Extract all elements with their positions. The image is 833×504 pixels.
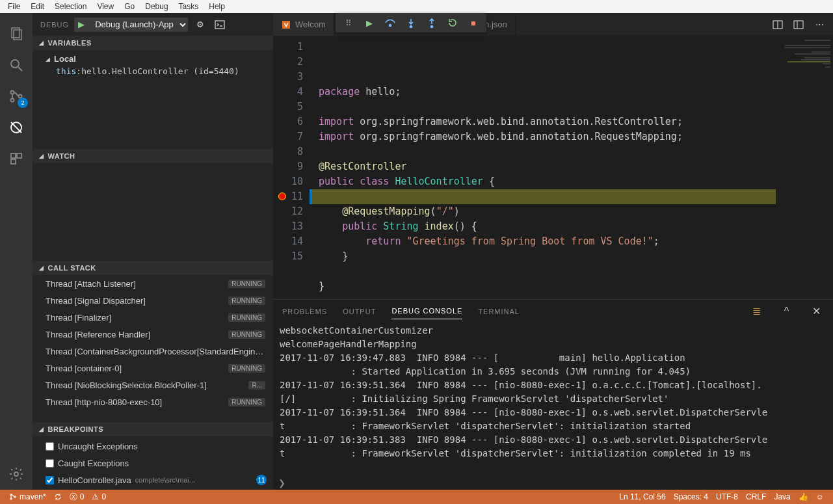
menu-edit[interactable]: Edit: [25, 1, 49, 12]
step-into-button[interactable]: [402, 15, 420, 31]
svg-point-16: [410, 26, 412, 28]
code-area[interactable]: package hello; import org.springframewor…: [312, 36, 833, 299]
svg-rect-9: [11, 153, 16, 158]
stack-thread[interactable]: Thread [Attach Listener]RUNNING: [33, 275, 273, 292]
continue-button[interactable]: ▶: [360, 15, 378, 31]
svg-rect-11: [11, 159, 16, 164]
svg-point-4: [11, 91, 14, 94]
extensions-icon[interactable]: [1, 143, 32, 174]
svg-point-23: [10, 498, 12, 499]
restart-button[interactable]: [443, 15, 462, 31]
line-gutter: 123456789101112131415: [273, 36, 312, 299]
debug-sidebar: DEBUG ▶ Debug (Launch)-App ⚙ ◢VARIABLES …: [33, 13, 273, 490]
more-icon[interactable]: ⋯: [812, 18, 826, 32]
menu-tasks[interactable]: Tasks: [174, 1, 204, 12]
status-ln-col[interactable]: Ln 11, Col 56: [615, 492, 669, 501]
watch-body: [33, 163, 273, 261]
svg-point-12: [14, 472, 18, 476]
svg-rect-20: [794, 21, 803, 29]
status-spaces[interactable]: Spaces: 4: [670, 492, 712, 501]
execution-highlight: [312, 189, 776, 204]
status-encoding[interactable]: UTF-8: [712, 492, 742, 501]
configure-gear-icon[interactable]: ⚙: [193, 18, 207, 32]
explorer-icon[interactable]: [1, 18, 32, 49]
minimap[interactable]: [776, 36, 833, 299]
debug-icon[interactable]: [1, 112, 32, 143]
menu-go[interactable]: Go: [119, 1, 140, 12]
svg-point-24: [14, 496, 16, 497]
menu-view[interactable]: View: [92, 1, 119, 12]
code-editor[interactable]: 123456789101112131415 package hello; imp…: [273, 36, 833, 299]
stack-thread[interactable]: Thread [Reference Handler]RUNNING: [33, 326, 273, 343]
debug-toolbar[interactable]: ⠿ ▶ ■: [336, 13, 486, 33]
start-debug-button[interactable]: ▶: [74, 18, 88, 32]
callstack-body: Thread [Attach Listener]RUNNINGThread [S…: [33, 275, 273, 422]
scope-local[interactable]: ◢Local: [33, 53, 273, 65]
status-eol[interactable]: CRLF: [742, 492, 770, 501]
menu-file[interactable]: File: [3, 1, 25, 12]
bp-file-check[interactable]: [46, 476, 54, 484]
bp-uncaught-check[interactable]: [46, 442, 54, 451]
menu-help[interactable]: Help: [204, 1, 230, 12]
status-branch[interactable]: maven*: [5, 490, 50, 504]
bp-uncaught[interactable]: Uncaught Exceptions: [33, 438, 273, 455]
variables-header[interactable]: ◢VARIABLES: [33, 36, 273, 50]
stop-button[interactable]: ■: [464, 15, 483, 31]
tab-welcome[interactable]: Welcom: [273, 13, 334, 36]
watch-header[interactable]: ◢WATCH: [33, 149, 273, 163]
tab-terminal[interactable]: TERMINAL: [478, 304, 520, 319]
split-editor-icon[interactable]: [771, 18, 785, 32]
variable-this[interactable]: this: hello.HelloController (id=5440): [33, 65, 273, 77]
cursor-indicator: [310, 189, 312, 204]
debug-console-output[interactable]: websocketContainerCustomizer welcomePage…: [273, 323, 833, 475]
debug-config-select[interactable]: Debug (Launch)-App: [88, 18, 188, 32]
settings-icon[interactable]: [1, 458, 32, 490]
status-feedback-icon[interactable]: 👍: [795, 492, 812, 501]
sidebar-title: DEBUG: [40, 21, 69, 29]
clear-console-icon[interactable]: ≣: [750, 304, 764, 319]
stack-thread[interactable]: Thread [NioBlockingSelector.BlockPoller-…: [33, 377, 273, 393]
step-over-button[interactable]: [381, 15, 399, 31]
panel-tabs: PROBLEMS OUTPUT DEBUG CONSOLE TERMINAL ≣…: [273, 300, 833, 323]
stack-thread[interactable]: Thread [ContainerBackgroundProcessor[Sta…: [33, 343, 273, 360]
svg-rect-14: [282, 21, 290, 29]
status-bar: maven* ⓧ 0 ⚠ 0 Ln 11, Col 56 Spaces: 4 U…: [0, 490, 833, 504]
step-out-button[interactable]: [423, 15, 441, 31]
drag-handle-icon[interactable]: ⠿: [339, 15, 358, 31]
bp-file[interactable]: HelloController.javacomplete\src\mai...1…: [33, 471, 273, 488]
status-smiley-icon[interactable]: ☺: [812, 492, 828, 501]
status-sync[interactable]: [50, 490, 66, 504]
status-warnings[interactable]: ⚠ 0: [88, 490, 110, 504]
scm-icon[interactable]: 2: [1, 81, 32, 112]
svg-line-3: [18, 67, 22, 71]
svg-rect-10: [17, 153, 21, 158]
panel-close-icon[interactable]: ✕: [810, 304, 824, 319]
layout-icon[interactable]: [791, 18, 806, 32]
debug-console-input[interactable]: ❯: [273, 475, 833, 490]
debug-console-toggle-icon[interactable]: [213, 18, 227, 32]
sidebar-header: DEBUG ▶ Debug (Launch)-App ⚙: [33, 13, 273, 36]
scm-badge: 2: [18, 98, 28, 108]
svg-point-2: [11, 60, 19, 68]
menu-debug[interactable]: Debug: [140, 1, 173, 12]
search-icon[interactable]: [1, 49, 32, 81]
panel-collapse-icon[interactable]: ^: [780, 304, 794, 319]
tab-output[interactable]: OUTPUT: [343, 304, 376, 319]
bp-caught[interactable]: Caught Exceptions: [33, 455, 273, 471]
svg-point-5: [11, 99, 14, 102]
bp-caught-check[interactable]: [46, 459, 54, 468]
stack-thread[interactable]: Thread [http-nio-8080-exec-10]RUNNING: [33, 393, 273, 410]
stack-thread[interactable]: Thread [Signal Dispatcher]RUNNING: [33, 292, 273, 309]
callstack-header[interactable]: ◢CALL STACK: [33, 261, 273, 275]
status-lang[interactable]: Java: [770, 492, 794, 501]
breakpoints-header[interactable]: ◢BREAKPOINTS: [33, 422, 273, 436]
activity-bar: 2: [0, 13, 33, 490]
menu-selection[interactable]: Selection: [49, 1, 92, 12]
tab-problems[interactable]: PROBLEMS: [282, 304, 327, 319]
breakpoint-marker[interactable]: [278, 192, 286, 200]
status-errors[interactable]: ⓧ 0: [66, 490, 88, 504]
tab-debug-console[interactable]: DEBUG CONSOLE: [391, 303, 462, 319]
svg-rect-13: [215, 21, 224, 29]
stack-thread[interactable]: Thread [Finalizer]RUNNING: [33, 309, 273, 326]
stack-thread[interactable]: Thread [container-0]RUNNING: [33, 360, 273, 377]
